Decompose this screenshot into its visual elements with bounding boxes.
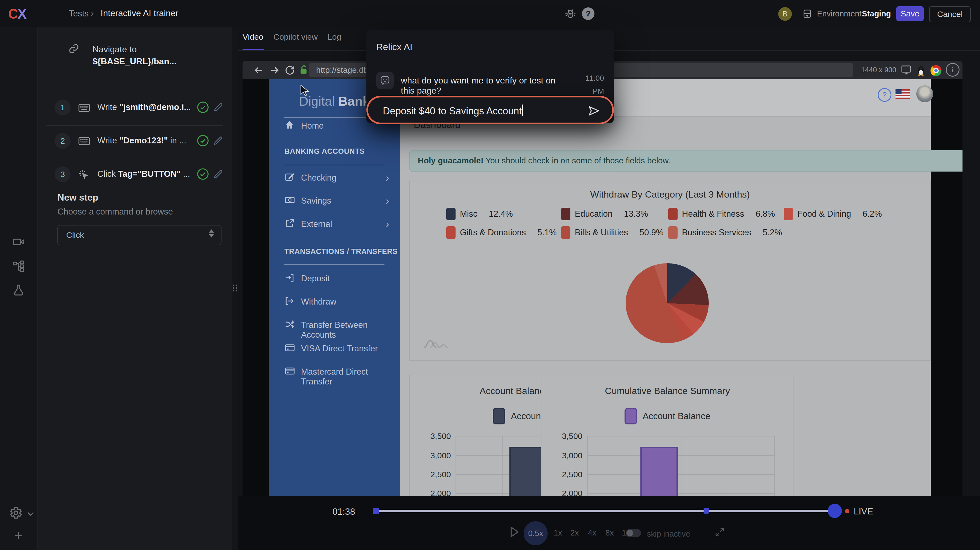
us-flag-icon[interactable] (896, 89, 910, 100)
sidebar-item-deposit[interactable]: Deposit (269, 271, 400, 287)
sidebar-item-withdraw[interactable]: Withdraw (269, 294, 400, 311)
tab-video[interactable]: Video (243, 32, 263, 41)
dashboard-alert: Holy guacamole! You should check in on s… (409, 150, 963, 172)
breadcrumb-current: Interactive AI trainer (100, 8, 178, 18)
divider (46, 159, 223, 159)
divider (46, 125, 223, 126)
live-dot (845, 509, 849, 513)
reload-icon[interactable] (284, 65, 296, 77)
step-success-icon[interactable] (196, 167, 210, 182)
ai-message-time: 11:00 PM (571, 72, 604, 98)
legend-item: Food & Dining 6.2% (784, 208, 882, 220)
save-button[interactable]: Save (896, 6, 924, 21)
navigate-target: ${BASE_URL}/ban... (92, 56, 177, 66)
sidebar-item-label: Mastercard Direct Transfer (301, 367, 400, 387)
sidebar-section-transactions: TRANSACTIONS / TRANSFERS (285, 247, 398, 256)
forward-icon[interactable] (269, 65, 280, 77)
playhead-handle[interactable] (828, 504, 842, 518)
gridline (681, 436, 681, 496)
app-user-avatar[interactable] (916, 85, 933, 102)
sidebar-item-label: Home (301, 121, 324, 131)
legend-swatch (493, 408, 505, 424)
help-glyph: ? (586, 9, 590, 18)
speed-0.5x[interactable]: 0.5x (523, 521, 548, 545)
step-row-2[interactable]: 2 Write "Demo123!" in ... (38, 132, 232, 165)
test-steps-panel: Navigate to ${BASE_URL}/ban... 1 Write "… (38, 27, 232, 550)
text-caret (522, 105, 523, 116)
cumulative-balance-card: Cumulative Balance Summary Account Balan… (541, 375, 794, 496)
speed-8x[interactable]: 8x (605, 528, 614, 537)
sidebar-item-visa-transfer[interactable]: VISA Direct Transfer (269, 341, 400, 357)
app-help-icon[interactable]: ? (878, 88, 891, 102)
mouse-cursor-icon (299, 84, 311, 99)
step-row-1[interactable]: 1 Write "jsmith@demo.i... (38, 99, 232, 132)
external-link-icon (285, 218, 295, 230)
user-avatar[interactable]: B (778, 7, 792, 21)
sidebar-item-mastercard-transfer[interactable]: Mastercard Direct Transfer (269, 364, 400, 381)
cancel-button[interactable]: Cancel (929, 6, 971, 22)
sidebar-item-external[interactable]: External › (269, 217, 400, 233)
speed-2x[interactable]: 2x (570, 528, 579, 537)
panel-resize-handle[interactable] (232, 27, 238, 550)
y-tick: 3,500 (410, 432, 451, 441)
step-edit-icon[interactable] (213, 102, 224, 114)
back-icon[interactable] (253, 65, 264, 77)
legend-swatch (561, 226, 570, 239)
monitor-icon[interactable] (900, 64, 912, 77)
video-camera-icon[interactable] (12, 235, 25, 250)
step-label: Click Tag="BUTTON" ... (97, 169, 190, 179)
gridline (634, 436, 635, 496)
top-header: CX Tests › Interactive AI trainer ? B En… (0, 0, 980, 27)
settings-gear-icon[interactable] (9, 506, 23, 521)
playback-time: 01:38 (332, 507, 355, 517)
bug-icon[interactable] (563, 6, 578, 21)
sidebar-item-savings[interactable]: Savings › (269, 193, 400, 210)
banking-sidebar: Digital Bank Home BANKING ACCOUNTS Check… (269, 79, 400, 496)
flow-tree-icon[interactable] (12, 260, 25, 274)
environment-label: Environment (817, 9, 862, 18)
environment-value[interactable]: Staging (862, 9, 891, 18)
breadcrumb-tests[interactable]: Tests (69, 9, 89, 19)
chevron-right-icon: › (386, 172, 389, 184)
command-select[interactable]: Click (57, 225, 221, 245)
chevron-down-icon[interactable] (25, 509, 36, 520)
select-chevrons-icon (209, 229, 214, 238)
step-number: 1 (55, 100, 70, 115)
gridline (455, 436, 456, 496)
help-icon[interactable]: ? (582, 7, 595, 20)
track-start-marker[interactable] (373, 508, 379, 514)
legend-swatch (625, 408, 637, 424)
tab-copilot-view[interactable]: Copilot view (274, 32, 318, 41)
step-success-icon[interactable] (196, 134, 210, 148)
video-replay-viewport[interactable]: Digital Bank Home BANKING ACCOUNTS Check… (243, 79, 963, 496)
viewport-size-label: 1440 x 900 (861, 66, 896, 74)
legend-swatch (668, 208, 678, 220)
linux-penguin-icon[interactable] (916, 65, 926, 77)
ai-prompt-input[interactable]: Deposit $40 to Savings Account (366, 96, 614, 124)
play-icon[interactable] (509, 526, 520, 540)
step-navigate[interactable]: Navigate to ${BASE_URL}/ban... (38, 33, 232, 85)
info-icon[interactable]: i (946, 63, 959, 77)
speed-4x[interactable]: 4x (588, 528, 597, 537)
step-edit-icon[interactable] (213, 169, 224, 180)
bar-chart-legend: Account Balance (541, 408, 794, 424)
navigate-prefix: Navigate to (92, 44, 137, 54)
step-success-icon[interactable] (196, 101, 210, 115)
cx-logo[interactable]: CX (8, 6, 26, 22)
add-icon[interactable] (13, 530, 25, 543)
playback-track[interactable] (373, 510, 841, 512)
fullscreen-icon[interactable] (714, 527, 725, 540)
sidebar-item-transfer[interactable]: Transfer Between Accounts (269, 317, 400, 334)
banking-app-screenshot: Digital Bank Home BANKING ACCOUNTS Check… (269, 79, 931, 496)
chrome-browser-icon[interactable] (931, 65, 942, 76)
track-mid-marker[interactable] (703, 508, 709, 513)
tab-log[interactable]: Log (328, 32, 341, 41)
skip-inactive-toggle[interactable] (625, 529, 641, 537)
flask-icon[interactable] (12, 284, 25, 298)
sidebar-item-checking[interactable]: Checking › (269, 170, 400, 187)
step-label: Write "jsmith@demo.i... (97, 102, 190, 112)
send-icon[interactable] (588, 105, 600, 118)
step-edit-icon[interactable] (213, 135, 224, 147)
legend-item: Bills & Utilities 50.9% (561, 226, 663, 239)
speed-1x[interactable]: 1x (554, 528, 562, 537)
